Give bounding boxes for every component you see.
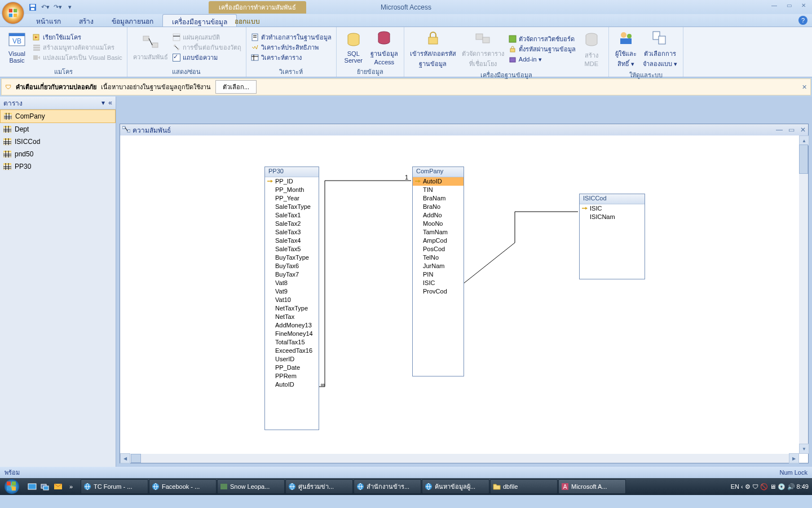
ql-more-icon[interactable]: »: [65, 480, 77, 493]
field-nettax[interactable]: NetTax: [265, 313, 319, 321]
taskbar-item[interactable]: ค้นหาข้อมูลผู้...: [422, 479, 489, 494]
field-totaltax15[interactable]: TotalTax15: [265, 338, 319, 347]
field-buytax7[interactable]: BuyTax7: [265, 270, 319, 279]
tab-home[interactable]: หน้าแรก: [27, 14, 70, 27]
table-isiccod[interactable]: ISICCod ISICISICNam: [579, 194, 645, 279]
field-brano[interactable]: BraNo: [413, 203, 464, 211]
field-buytax6[interactable]: BuyTax6: [265, 262, 319, 270]
field-addno[interactable]: AddNo: [413, 211, 464, 220]
restore-button[interactable]: ▭: [782, 0, 796, 10]
dropdown-icon[interactable]: ▾: [102, 99, 105, 107]
field-pp_year[interactable]: PP_Year: [265, 194, 319, 203]
redo-icon[interactable]: ↷▾: [52, 2, 63, 13]
close-button[interactable]: ✕: [796, 0, 811, 10]
lang-indicator[interactable]: EN: [731, 483, 739, 490]
taskbar-item[interactable]: AMicrosoft A...: [558, 479, 626, 494]
taskbar-item[interactable]: สำนักงานข้าร...: [354, 479, 421, 494]
sqlserver-button[interactable]: SQL Server: [340, 30, 367, 65]
nav-item-pnd50[interactable]: pnd50: [0, 148, 116, 160]
nav-item-company[interactable]: ComPany: [0, 110, 116, 123]
nav-item-pp30[interactable]: PP30: [0, 160, 116, 173]
clock[interactable]: 8:49: [797, 483, 809, 490]
field-poscod[interactable]: PosCod: [413, 245, 464, 253]
undo-icon[interactable]: ↶▾: [39, 2, 51, 13]
taskbar-item[interactable]: ศูนย์รวมข่า...: [285, 479, 353, 494]
field-finemoney14[interactable]: FineMoney14: [265, 330, 319, 338]
perf-analyze-button[interactable]: วิเคราะห์ประสิทธิภาพ: [250, 42, 333, 52]
field-saletaxtype[interactable]: SaleTaxType: [265, 203, 319, 211]
save-icon[interactable]: [27, 2, 38, 13]
tray-icon[interactable]: 🚫: [760, 483, 768, 491]
replication-button[interactable]: ตัวเลือกการ จำลองแบบ ▾: [641, 28, 679, 70]
field-provcod[interactable]: ProvCod: [413, 287, 464, 296]
field-tamnam[interactable]: TamNam: [413, 228, 464, 237]
field-pprem[interactable]: PPRem: [265, 372, 319, 380]
field-userid[interactable]: UserID: [265, 355, 319, 364]
volume-icon[interactable]: 🔊: [787, 483, 795, 491]
field-pp_id[interactable]: PP_ID: [265, 177, 319, 186]
nav-header[interactable]: ตาราง ▾ «: [0, 97, 116, 110]
field-saletax4[interactable]: SaleTax4: [265, 237, 319, 245]
office-button[interactable]: [2, 2, 24, 24]
help-icon[interactable]: ?: [798, 16, 807, 25]
taskbar-item[interactable]: dbfile: [490, 479, 558, 494]
tray-icon[interactable]: ⚙: [745, 483, 751, 491]
field-vat8[interactable]: Vat8: [265, 279, 319, 287]
tab-create[interactable]: สร้าง: [70, 14, 103, 27]
scrollbar-vertical[interactable]: ▲ ▼: [799, 135, 808, 454]
field-buytaxtype[interactable]: BuyTaxType: [265, 253, 319, 262]
db-password-button[interactable]: ตั้งรหัสผ่านฐานข้อมูล: [508, 44, 577, 54]
field-branam[interactable]: BraNam: [413, 194, 464, 203]
field-vat9[interactable]: Vat9: [265, 287, 319, 296]
outlook-icon[interactable]: [52, 480, 64, 493]
options-button[interactable]: ตัวเลือก...: [215, 80, 257, 94]
field-addmoney13[interactable]: AddMoney13: [265, 321, 319, 330]
field-autoid[interactable]: AutoID: [413, 177, 464, 186]
subwin-minimize-icon[interactable]: —: [776, 126, 783, 134]
addins-button[interactable]: Add-in ▾: [508, 54, 577, 64]
table-company[interactable]: ComPany AutoIDTINBraNamBraNoAddNoMooNoTa…: [412, 167, 464, 376]
minimize-button[interactable]: —: [767, 0, 782, 10]
field-nettaxtype[interactable]: NetTaxType: [265, 304, 319, 313]
subwin-close-icon[interactable]: ✕: [800, 126, 806, 134]
start-button[interactable]: [0, 478, 24, 495]
subwin-restore-icon[interactable]: ▭: [788, 126, 795, 134]
taskbar-item[interactable]: Snow Leopa...: [217, 479, 285, 494]
field-pp_date[interactable]: PP_Date: [265, 364, 319, 372]
field-autoid[interactable]: AutoID: [265, 380, 319, 389]
field-saletax1[interactable]: SaleTax1: [265, 211, 319, 220]
table-analyze-button[interactable]: วิเคราะห์ตาราง: [250, 52, 333, 63]
relationship-canvas[interactable]: 1 ∞ PP30 PP_IDPP_MonthPP_YearSaleTaxType…: [120, 135, 799, 454]
field-pin[interactable]: PIN: [413, 270, 464, 279]
taskbar-item[interactable]: TC Forum - ...: [81, 479, 148, 494]
tray-icon[interactable]: 🖥: [770, 483, 776, 490]
run-macro-button[interactable]: เรียกใช้แมโคร: [32, 32, 123, 42]
visual-basic-button[interactable]: VBVisual Basic: [3, 30, 30, 65]
documenter-button[interactable]: ตัวทำเอกสารในฐานข้อมูล: [250, 32, 333, 42]
field-tin[interactable]: TIN: [413, 186, 464, 194]
qat-customize-icon[interactable]: ▾: [64, 2, 76, 13]
field-saletax3[interactable]: SaleTax3: [265, 228, 319, 237]
field-saletax5[interactable]: SaleTax5: [265, 245, 319, 253]
nav-item-dept[interactable]: Dept: [0, 123, 116, 135]
tray-icon[interactable]: 🛡: [752, 483, 758, 490]
encrypt-button[interactable]: เข้ารหัส/ถอดรหัส ฐานข้อมูล: [408, 28, 458, 70]
taskbar-item[interactable]: Facebook - ...: [149, 479, 217, 494]
collapse-icon[interactable]: «: [108, 99, 112, 107]
messagebar-toggle[interactable]: แถบข้อความ: [171, 52, 242, 63]
switchboard-button[interactable]: ตัวจัดการสวิตช์บอร์ด: [508, 34, 577, 44]
field-isic[interactable]: ISIC: [580, 204, 645, 213]
tray-icon[interactable]: 💿: [778, 483, 785, 491]
field-ampcod[interactable]: AmpCod: [413, 237, 464, 245]
tab-external[interactable]: ข้อมูลภายนอก: [103, 14, 162, 27]
field-isicnam[interactable]: ISICNam: [580, 213, 645, 221]
switch-windows-icon[interactable]: [39, 480, 51, 493]
tab-design[interactable]: ออกแบบ: [226, 14, 269, 28]
field-exceedtax16[interactable]: ExceedTax16: [265, 347, 319, 355]
msgbar-close-icon[interactable]: ✕: [802, 84, 807, 91]
scrollbar-horizontal[interactable]: ◀ ▶: [120, 454, 799, 463]
nav-item-isiccod[interactable]: ISICCod: [0, 135, 116, 148]
table-pp30[interactable]: PP30 PP_IDPP_MonthPP_YearSaleTaxTypeSale…: [264, 167, 319, 430]
accessdb-button[interactable]: ฐานข้อมูล Access: [368, 28, 400, 67]
field-moono[interactable]: MooNo: [413, 220, 464, 228]
